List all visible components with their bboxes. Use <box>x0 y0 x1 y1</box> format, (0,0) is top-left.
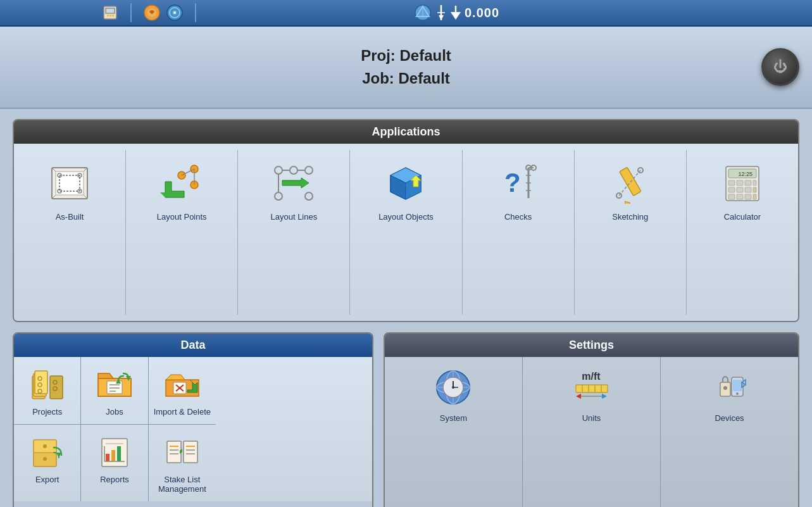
app-item-checks[interactable]: ? Checks <box>463 150 575 315</box>
svg-marker-136 <box>576 394 581 399</box>
applications-panel: Applications <box>13 119 799 322</box>
svg-point-143 <box>736 392 739 395</box>
data-item-projects[interactable]: Projects <box>14 357 81 425</box>
data-label-import-delete: Import & Delete <box>154 407 211 416</box>
app-label-sketching: Sketching <box>612 212 648 222</box>
header: Proj: Default Job: Default ⏻ <box>0 27 812 109</box>
data-grid: Projects <box>14 357 216 501</box>
power-icon: ⏻ <box>773 59 787 75</box>
applications-header: Applications <box>14 120 798 144</box>
data-item-export[interactable]: Export <box>14 425 81 501</box>
data-body: Projects <box>14 357 372 501</box>
data-item-import-delete[interactable]: Import & Delete <box>149 357 216 425</box>
reports-icon <box>96 435 134 470</box>
svg-point-41 <box>290 166 297 174</box>
instrument-icon[interactable] <box>101 4 119 22</box>
svg-rect-106 <box>106 454 109 461</box>
settings-label-units: Units <box>582 413 601 423</box>
svg-point-38 <box>305 166 313 174</box>
svg-point-102 <box>43 457 47 461</box>
app-item-calculator[interactable]: 12:25 <box>687 150 798 315</box>
app-item-layout-points[interactable]: Layout Points <box>126 150 238 315</box>
hand-icon[interactable] <box>143 4 161 22</box>
data-label-stake-list: Stake ListManagement <box>158 475 206 494</box>
app-label-calculator: Calculator <box>724 212 761 222</box>
settings-item-system[interactable]: System <box>385 357 523 507</box>
toolbar-value: 0.000 <box>465 6 499 20</box>
svg-point-140 <box>723 386 727 390</box>
app-item-sketching[interactable]: Sketching <box>575 150 687 315</box>
svg-rect-3 <box>109 15 111 16</box>
app-icon-as-built <box>44 160 95 206</box>
svg-text:m/ft: m/ft <box>582 371 601 382</box>
svg-rect-79 <box>753 194 756 199</box>
system-icon <box>433 367 474 408</box>
svg-text:12:25: 12:25 <box>738 171 753 177</box>
data-panel: Data <box>13 332 373 507</box>
svg-marker-137 <box>602 394 607 399</box>
svg-rect-2 <box>107 15 109 16</box>
stake-list-icon <box>163 435 201 470</box>
svg-text:?: ? <box>504 168 521 197</box>
svg-marker-15 <box>439 15 444 20</box>
settings-panel: Settings <box>384 332 799 507</box>
settings-item-devices[interactable]: Devices <box>661 357 798 507</box>
import-delete-icon <box>163 367 201 402</box>
app-label-layout-objects: Layout Objects <box>378 212 434 222</box>
app-icon-checks: ? <box>493 160 544 206</box>
toolbar-left <box>0 3 203 22</box>
job-title: Job: Default <box>361 67 451 90</box>
svg-rect-78 <box>745 194 751 199</box>
header-title: Proj: Default Job: Default <box>361 44 451 90</box>
svg-point-37 <box>275 166 282 174</box>
arrow-down-icon[interactable] <box>451 6 461 20</box>
data-label-export: Export <box>35 475 59 484</box>
app-icon-sketching <box>605 160 656 206</box>
export-icon <box>28 435 66 470</box>
svg-rect-142 <box>733 380 742 391</box>
svg-rect-73 <box>737 187 743 192</box>
data-item-stake-list[interactable]: Stake ListManagement <box>149 425 216 501</box>
power-button[interactable]: ⏻ <box>761 48 799 86</box>
svg-rect-111 <box>167 441 181 463</box>
svg-marker-30 <box>165 182 184 197</box>
app-label-layout-lines: Layout Lines <box>270 212 317 222</box>
settings-label-devices: Devices <box>715 413 744 423</box>
toolbar: 0.000 <box>0 0 812 27</box>
settings-grid: System m/ft <box>385 357 798 507</box>
settings-header: Settings <box>385 334 798 357</box>
prism-icon[interactable] <box>414 4 432 22</box>
svg-rect-108 <box>117 446 121 461</box>
units-icon: m/ft <box>571 367 612 408</box>
settings-item-units[interactable]: m/ft Units <box>523 357 661 507</box>
app-item-as-built[interactable]: As-Built <box>14 150 126 315</box>
app-icon-calculator: 12:25 <box>717 160 768 206</box>
height-icon[interactable] <box>435 4 447 22</box>
app-icon-layout-objects <box>380 160 431 206</box>
svg-rect-77 <box>737 194 743 199</box>
app-icon-layout-lines <box>268 160 319 206</box>
app-label-layout-points: Layout Points <box>157 212 207 222</box>
app-item-layout-lines[interactable]: Layout Lines <box>238 150 350 315</box>
data-item-reports[interactable]: Reports <box>81 425 148 501</box>
projects-icon <box>28 367 66 402</box>
applications-body: As-Built <box>14 144 798 321</box>
app-label-checks: Checks <box>504 212 532 222</box>
main-content: Applications <box>0 109 812 507</box>
svg-rect-74 <box>745 187 751 192</box>
data-header: Data <box>14 334 372 357</box>
svg-point-40 <box>305 192 313 200</box>
app-label-as-built: As-Built <box>56 212 84 222</box>
settings-body: System m/ft <box>385 357 798 507</box>
svg-rect-69 <box>737 180 743 185</box>
target-icon[interactable] <box>166 4 184 22</box>
svg-marker-46 <box>304 179 309 187</box>
app-item-layout-objects[interactable]: Layout Objects <box>350 150 462 315</box>
svg-point-39 <box>275 192 282 200</box>
data-item-jobs[interactable]: Jobs <box>81 357 148 425</box>
jobs-icon <box>96 367 134 402</box>
data-label-projects: Projects <box>32 407 62 416</box>
data-label-reports: Reports <box>100 475 129 484</box>
svg-rect-70 <box>745 180 751 185</box>
svg-rect-68 <box>728 180 735 185</box>
